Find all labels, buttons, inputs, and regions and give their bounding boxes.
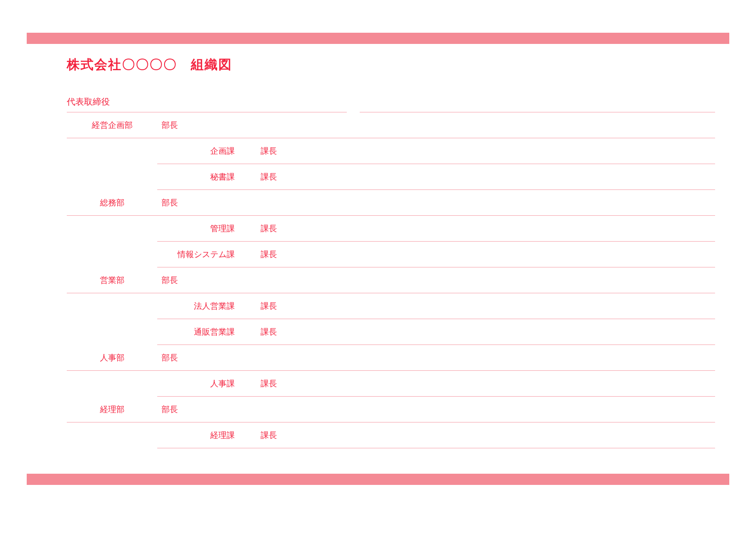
section-row: 経理課課長 — [157, 422, 715, 448]
section-row: 企画課課長 — [157, 138, 715, 164]
header-bar — [27, 33, 729, 44]
department-row: 総務部部長 — [67, 190, 715, 216]
underline-left — [67, 112, 347, 112]
section-row: 法人営業課課長 — [157, 293, 715, 319]
footer-bar — [27, 474, 729, 485]
department-head-label: 部長 — [157, 352, 248, 363]
section-row: 秘書課課長 — [157, 164, 715, 190]
department-head-label: 部長 — [157, 275, 248, 286]
section-name: 秘書課 — [157, 171, 248, 183]
section-head-label: 課長 — [248, 378, 338, 389]
document-title: 株式会社〇〇〇〇 組織図 — [67, 56, 715, 74]
department-row: 人事部部長 — [67, 345, 715, 371]
department-name: 総務部 — [67, 197, 157, 208]
section-row: 情報システム課課長 — [157, 242, 715, 267]
section-name: 企画課 — [157, 146, 248, 157]
section-head-label: 課長 — [248, 171, 338, 183]
department-row: 経理部部長 — [67, 397, 715, 422]
root-role: 代表取締役 — [67, 96, 715, 112]
section-head-label: 課長 — [248, 301, 338, 312]
section-head-label: 課長 — [248, 249, 338, 260]
department-row: 経営企画部部長 — [67, 112, 715, 138]
section-name: 管理課 — [157, 223, 248, 234]
content: 株式会社〇〇〇〇 組織図 代表取締役 経営企画部部長企画課課長秘書課課長総務部部… — [67, 56, 715, 448]
section-row: 人事課課長 — [157, 371, 715, 397]
section-name: 情報システム課 — [157, 249, 248, 260]
department-row: 営業部部長 — [67, 267, 715, 293]
department-name: 人事部 — [67, 352, 157, 363]
section-head-label: 課長 — [248, 326, 338, 338]
department-name: 経営企画部 — [67, 120, 157, 131]
department-head-label: 部長 — [157, 404, 248, 415]
department-head-label: 部長 — [157, 120, 248, 131]
section-head-label: 課長 — [248, 430, 338, 441]
page: 株式会社〇〇〇〇 組織図 代表取締役 経営企画部部長企画課課長秘書課課長総務部部… — [0, 0, 756, 534]
root-underline — [67, 112, 715, 112]
section-name: 法人営業課 — [157, 301, 248, 312]
section-name: 人事課 — [157, 378, 248, 389]
section-head-label: 課長 — [248, 223, 338, 234]
section-row: 通販営業課課長 — [157, 319, 715, 345]
section-head-label: 課長 — [248, 146, 338, 157]
org-chart: 経営企画部部長企画課課長秘書課課長総務部部長管理課課長情報システム課課長営業部部… — [67, 112, 715, 448]
section-name: 通販営業課 — [157, 326, 248, 338]
section-row: 管理課課長 — [157, 216, 715, 242]
section-name: 経理課 — [157, 430, 248, 441]
underline-right — [360, 112, 715, 112]
department-name: 経理部 — [67, 404, 157, 415]
department-name: 営業部 — [67, 275, 157, 286]
department-head-label: 部長 — [157, 197, 248, 208]
